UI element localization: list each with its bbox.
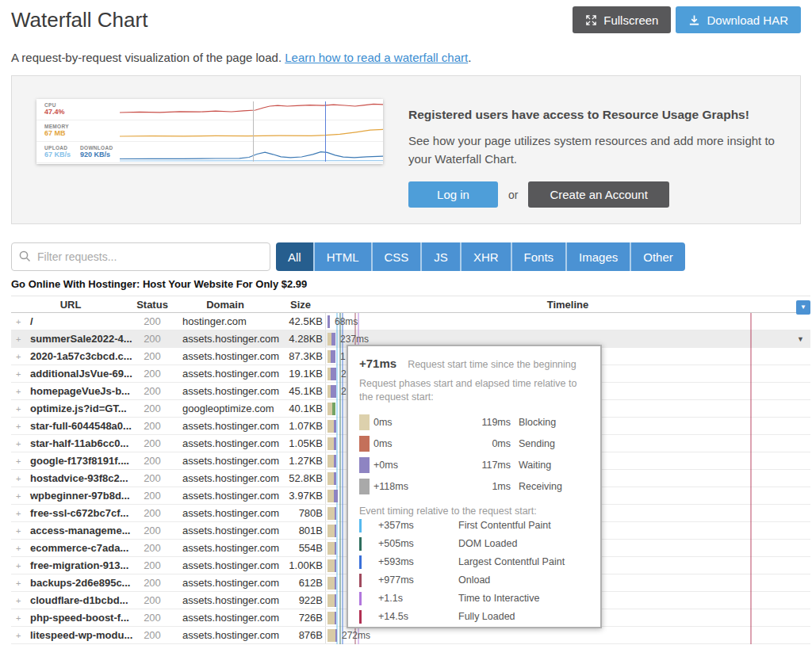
row-bar: [327, 472, 336, 485]
filter-tab-html[interactable]: HTML: [313, 242, 371, 271]
upload-label: UPLOAD: [44, 145, 71, 151]
row-expander-icon[interactable]: +: [16, 334, 24, 344]
event-name: Largest Contentful Paint: [458, 556, 589, 567]
row-status: 200: [130, 472, 174, 484]
promo-actions: Log in or Create an Account: [408, 181, 776, 208]
fullscreen-button[interactable]: Fullscreen: [573, 6, 671, 33]
row-bar: [327, 629, 337, 642]
row-size: 1.27KB: [276, 455, 325, 467]
row-expander-icon[interactable]: +: [16, 422, 24, 431]
row-domain: assets.hostinger.com: [174, 455, 276, 467]
filter-tab-all[interactable]: All: [276, 242, 313, 271]
event-color-bar: [359, 537, 362, 551]
filter-tabs: AllHTMLCSSJSXHRFontsImagesOther: [276, 242, 685, 271]
phase-start: +0ms: [373, 460, 434, 471]
filter-input[interactable]: [11, 242, 270, 271]
column-header-url[interactable]: URL: [11, 299, 130, 311]
filter-input-wrapper: [11, 242, 270, 271]
tooltip-events: +357ms First Contentful Paint +505ms DOM…: [359, 517, 589, 626]
row-status: 200: [130, 559, 174, 571]
row-expander-icon[interactable]: +: [16, 317, 24, 326]
row-domain: assets.hostinger.com: [174, 420, 276, 432]
column-header-status[interactable]: Status: [130, 299, 174, 311]
column-header-domain[interactable]: Domain: [174, 299, 276, 311]
row-expander-icon[interactable]: +: [16, 352, 24, 361]
table-row[interactable]: + / 200 hostinger.com 42.5KB 68ms: [11, 313, 810, 330]
event-name: Time to Interactive: [458, 593, 589, 604]
row-url: 2020-1a57c3cbcd.c...: [30, 350, 132, 362]
waterfall-help-link[interactable]: Learn how to read a waterfall chart: [285, 51, 468, 64]
event-color-bar: [359, 519, 362, 532]
filter-tab-images[interactable]: Images: [565, 242, 630, 271]
memory-line-chart: [120, 120, 383, 142]
row-size: 45.1KB: [276, 385, 325, 397]
tooltip-event-row: +357ms First Contentful Paint: [359, 517, 589, 535]
event-value: +357ms: [378, 520, 442, 531]
row-size: 780B: [276, 507, 325, 519]
download-har-button[interactable]: Download HAR: [676, 6, 801, 33]
tooltip-phases-caption: Request phases start and elapsed time re…: [359, 377, 589, 404]
login-button[interactable]: Log in: [408, 181, 498, 208]
event-color-bar: [359, 574, 362, 587]
row-bar: [327, 507, 336, 520]
row-expander-icon[interactable]: +: [16, 491, 24, 501]
tooltip-events-caption: Event timing relative to the request sta…: [359, 506, 589, 517]
row-bar: [327, 525, 336, 537]
row-expander-icon[interactable]: +: [16, 439, 24, 448]
timeline-sort-button[interactable]: ▼: [796, 300, 810, 315]
row-expander-icon[interactable]: +: [16, 613, 24, 623]
filter-tab-xhr[interactable]: XHR: [460, 242, 511, 271]
row-expander-icon[interactable]: +: [16, 631, 24, 640]
promo-banner: CPU 47.4% MEMORY 67 MB UP: [11, 75, 801, 224]
row-expander-icon[interactable]: +: [16, 369, 24, 379]
row-status: 200: [130, 350, 174, 362]
row-expander-icon[interactable]: +: [16, 404, 24, 414]
row-domain: assets.hostinger.com: [174, 490, 276, 502]
row-status: 200: [130, 403, 174, 414]
event-color-bar: [359, 592, 362, 605]
row-size: 3.97KB: [276, 490, 325, 502]
row-status: 200: [130, 525, 174, 536]
row-domain: assets.hostinger.com: [174, 525, 276, 536]
row-status: 200: [130, 490, 174, 502]
filter-tab-css[interactable]: CSS: [371, 242, 421, 271]
row-expander-icon[interactable]: +: [16, 509, 24, 518]
row-expander-icon[interactable]: +: [16, 544, 24, 553]
table-row[interactable]: + litespeed-wp-modu... 200 assets.hostin…: [11, 627, 810, 644]
row-expander-icon[interactable]: +: [16, 578, 24, 588]
row-bar: [327, 437, 336, 450]
row-expander-icon[interactable]: +: [16, 474, 24, 483]
row-expander-icon[interactable]: +: [16, 596, 24, 605]
row-size: 554B: [276, 542, 325, 554]
row-status: 200: [130, 385, 174, 397]
column-header-size[interactable]: Size: [276, 299, 325, 311]
row-url: wpbeginner-97b8d...: [30, 490, 130, 502]
promo-content: Registered users have access to Resource…: [408, 99, 776, 223]
row-url: litespeed-wp-modu...: [30, 629, 132, 641]
waterfall-table: URL Status Domain Size Timeline ▼ + / 20…: [11, 296, 810, 644]
filter-tab-fonts[interactable]: Fonts: [511, 242, 566, 271]
row-expander-icon[interactable]: +: [16, 561, 24, 571]
promo-heading: Registered users have access to Resource…: [408, 108, 776, 122]
row-domain: assets.hostinger.com: [174, 577, 276, 589]
cpu-graph-row: CPU 47.4%: [36, 99, 383, 120]
row-domain: assets.hostinger.com: [174, 385, 276, 397]
row-expander-icon[interactable]: +: [16, 387, 24, 396]
row-status: 200: [130, 542, 174, 554]
row-status: 200: [130, 333, 174, 345]
row-domain: assets.hostinger.com: [174, 437, 276, 449]
row-bar: [327, 542, 336, 555]
fullscreen-button-label: Fullscreen: [603, 13, 658, 27]
tooltip-event-row: +1.1s Time to Interactive: [359, 590, 589, 608]
row-expander-icon[interactable]: +: [16, 526, 24, 536]
sponsor-ad-link[interactable]: Go Online With Hostinger: Host Your Webs…: [11, 278, 801, 290]
row-expander-icon[interactable]: +: [16, 456, 24, 466]
event-value: +14.5s: [378, 611, 442, 622]
phase-elapsed: 1ms: [438, 481, 511, 492]
filter-tab-other[interactable]: Other: [630, 242, 685, 271]
row-caret-icon[interactable]: ▼: [797, 335, 804, 343]
row-status: 200: [130, 437, 174, 449]
row-status: 200: [130, 507, 174, 519]
filter-tab-js[interactable]: JS: [420, 242, 460, 271]
create-account-button[interactable]: Create an Account: [528, 181, 668, 208]
